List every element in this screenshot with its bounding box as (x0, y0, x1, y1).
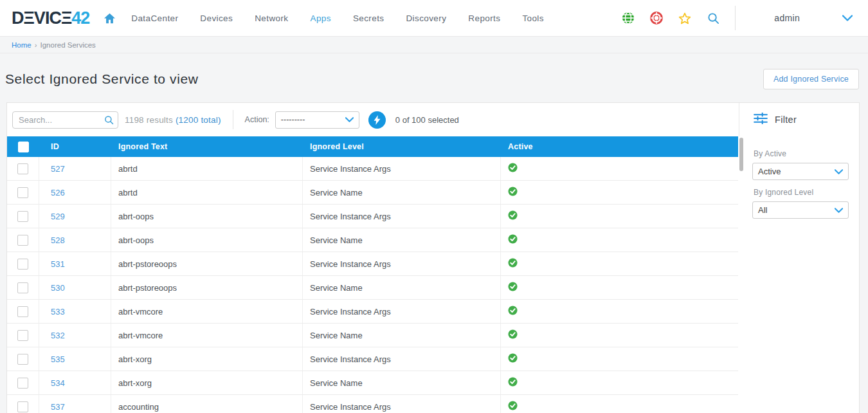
search-input[interactable] (12, 111, 118, 129)
row-id-link[interactable]: 532 (51, 331, 65, 340)
row-id-link[interactable]: 531 (51, 259, 65, 269)
row-checkbox[interactable] (17, 163, 28, 174)
action-label: Action: (245, 115, 269, 124)
table-row: 527 abrtd Service Instance Args (7, 157, 738, 181)
chevron-down-icon (345, 117, 354, 122)
by-active-select-value: Active (758, 167, 781, 176)
column-header-ignored-text[interactable]: Ignored Text (111, 142, 303, 151)
row-id-link[interactable]: 528 (51, 235, 65, 245)
row-ignored-text: abrt-xorg (111, 371, 303, 394)
row-ignored-text: abrt-pstoreoops (111, 252, 303, 275)
row-id-link[interactable]: 534 (51, 378, 65, 388)
toolbar-divider (233, 110, 233, 129)
row-ignored-text: abrtd (111, 181, 303, 204)
row-checkbox[interactable] (17, 187, 28, 198)
active-check-icon (508, 377, 518, 389)
by-active-select[interactable]: Active (752, 163, 849, 180)
column-header-active[interactable]: Active (501, 142, 738, 151)
star-icon[interactable] (678, 12, 691, 24)
active-check-icon (508, 258, 518, 270)
row-ignored-text: abrt-pstoreoops (111, 276, 303, 299)
breadcrumb-separator: › (35, 41, 37, 49)
column-header-ignored-level[interactable]: Ignored Level (303, 142, 501, 151)
table-row: 535 abrt-xorg Service Instance Args (7, 347, 738, 371)
row-id-link[interactable]: 537 (51, 402, 65, 412)
row-id-link[interactable]: 530 (51, 283, 65, 293)
row-ignored-text: abrtd (111, 157, 303, 180)
table-toolbar: 1198 results (1200 total) Action: ------… (7, 103, 739, 136)
row-ignored-level: Service Instance Args (303, 300, 501, 323)
action-select[interactable]: --------- (275, 111, 359, 129)
row-id-link[interactable]: 527 (51, 164, 65, 174)
table-row: 533 abrt-vmcore Service Instance Args (7, 300, 738, 324)
filter-sliders-icon (754, 113, 768, 127)
nav-item-tools[interactable]: Tools (522, 14, 544, 23)
table-row: 529 abrt-oops Service Instance Args (7, 205, 738, 228)
active-check-icon (508, 163, 518, 175)
apply-action-button[interactable] (368, 111, 386, 129)
admin-menu[interactable]: admin (738, 12, 859, 24)
breadcrumb-home-link[interactable]: Home (12, 41, 32, 49)
table-row: 528 abrt-oops Service Name (7, 228, 738, 252)
active-check-icon (508, 306, 518, 318)
home-icon[interactable] (104, 13, 116, 24)
main-nav: DataCenter Devices Network Apps Secrets … (131, 14, 622, 23)
navbar-right-icons (622, 12, 719, 24)
active-check-icon (508, 329, 518, 342)
chevron-down-icon (835, 169, 843, 174)
row-ignored-text: abrt-vmcore (111, 300, 303, 323)
table-row: 526 abrtd Service Name (7, 181, 738, 205)
results-count: 1198 results (1200 total) (125, 115, 221, 125)
row-checkbox[interactable] (17, 378, 28, 389)
scrollbar-thumb[interactable] (739, 138, 743, 171)
lightning-bolt-icon (373, 115, 381, 125)
row-ignored-text: abrt-xorg (111, 347, 303, 371)
by-ignored-level-select[interactable]: All (752, 201, 849, 219)
row-checkbox[interactable] (17, 306, 28, 317)
select-all-checkbox[interactable] (18, 142, 29, 152)
row-checkbox[interactable] (17, 282, 28, 293)
nav-item-datacenter[interactable]: DataCenter (131, 14, 178, 23)
breadcrumb-current: Ignored Services (41, 41, 96, 49)
row-checkbox[interactable] (17, 235, 28, 246)
active-check-icon (508, 282, 518, 294)
by-ignored-level-label: By Ignored Level (754, 188, 849, 197)
column-header-id[interactable]: ID (39, 142, 111, 151)
action-select-value: --------- (281, 115, 305, 124)
row-id-link[interactable]: 533 (51, 307, 65, 317)
row-checkbox[interactable] (17, 211, 28, 222)
add-ignored-service-button[interactable]: Add Ignored Service (763, 69, 859, 89)
active-check-icon (508, 234, 518, 246)
nav-item-apps[interactable]: Apps (311, 14, 331, 23)
total-results-link[interactable]: (1200 total) (176, 115, 221, 125)
search-icon[interactable] (707, 12, 719, 24)
active-check-icon (508, 353, 518, 365)
lifering-icon[interactable] (650, 12, 663, 24)
logo-number: 42 (71, 8, 89, 28)
nav-item-discovery[interactable]: Discovery (406, 14, 446, 23)
nav-item-devices[interactable]: Devices (200, 14, 233, 23)
device42-logo[interactable]: DΞVICΞ42 (12, 8, 89, 28)
row-ignored-level: Service Name (303, 228, 501, 252)
row-checkbox[interactable] (17, 259, 28, 270)
nav-item-secrets[interactable]: Secrets (353, 14, 384, 23)
row-checkbox[interactable] (17, 330, 28, 341)
row-id-link[interactable]: 535 (51, 354, 65, 364)
row-ignored-level: Service Name (303, 276, 501, 299)
table-row: 532 abrt-vmcore Service Name (7, 324, 738, 347)
table-body: 527 abrtd Service Instance Args 526 abrt… (7, 157, 738, 413)
nav-item-reports[interactable]: Reports (468, 14, 500, 23)
results-text: 1198 results (125, 115, 173, 125)
row-ignored-text: accounting (111, 395, 303, 413)
search-input-icon[interactable] (104, 115, 114, 127)
nav-item-network[interactable]: Network (255, 14, 288, 23)
row-id-link[interactable]: 529 (51, 212, 65, 221)
globe-icon[interactable] (622, 12, 635, 24)
ignored-services-table: ID Ignored Text Ignored Level Active 527… (7, 136, 738, 413)
row-id-link[interactable]: 526 (51, 188, 65, 197)
admin-label: admin (774, 13, 800, 23)
ignored-services-panel: 1198 results (1200 total) Action: ------… (6, 102, 860, 413)
row-checkbox[interactable] (17, 354, 28, 365)
row-checkbox[interactable] (17, 401, 28, 412)
row-ignored-level: Service Name (303, 181, 501, 204)
